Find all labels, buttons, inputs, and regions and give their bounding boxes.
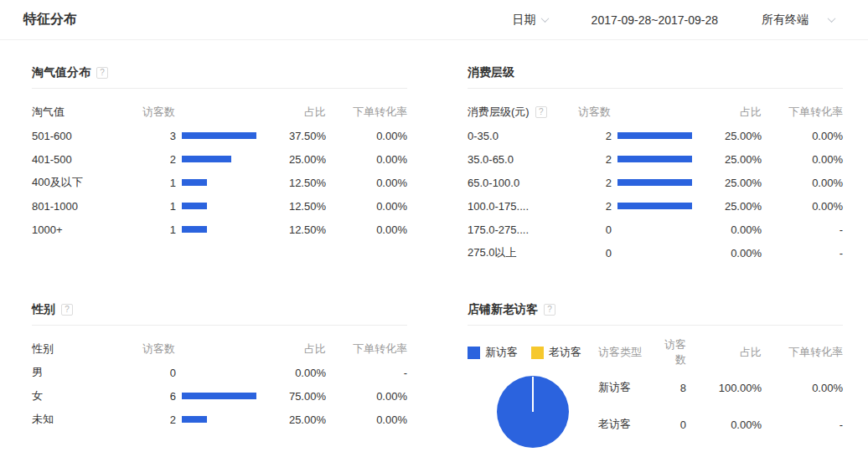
row-visitors: 6: [142, 390, 176, 403]
pie-table-rows: 新访客 8 100.00% 0.00% 老访客 0 0.00% -: [595, 369, 843, 448]
row-conversion: 0.00%: [762, 153, 843, 166]
row-label: 400及以下: [32, 175, 142, 190]
row-conversion: 0.00%: [762, 177, 843, 189]
bar-chart: [176, 369, 256, 376]
date-mode-label: 日期: [513, 13, 536, 28]
terminal-dropdown[interactable]: 所有终端: [762, 13, 834, 28]
legend-old-visitor-label[interactable]: 老访客: [549, 345, 581, 360]
bar-chart: [612, 179, 692, 186]
bar-fill: [617, 132, 692, 139]
row-label: 401-500: [32, 153, 142, 166]
date-range-picker[interactable]: 2017-09-28~2017-09-28: [592, 13, 718, 27]
row-conversion: -: [762, 419, 843, 431]
panel-consumption-header: 消费层级: [468, 65, 843, 89]
row-ratio: 25.00%: [692, 130, 762, 142]
row-ratio: 0.00%: [256, 367, 326, 379]
row-ratio: 100.00%: [686, 382, 762, 394]
row-ratio: 37.50%: [256, 130, 326, 142]
row-visitors: 0: [578, 223, 612, 236]
panel-new-old-visitors: 店铺新老访客 ? 新访客 老访客 访客类型 访客数 占比 下单转化率 新访客 8: [468, 302, 843, 448]
row-ratio: 75.00%: [256, 390, 326, 403]
table-row: 女 6 75.00% 0.00%: [32, 384, 407, 408]
row-visitor-type: 新访客: [595, 380, 662, 395]
bar-fill: [182, 393, 256, 399]
panel-consumption-level: 消费层级 消费层级(元) ? 访客数 占比 下单转化率 0-35.0 2 25.…: [468, 65, 843, 265]
row-visitors: 2: [578, 177, 612, 189]
table-row: 401-500 2 25.00% 0.00%: [32, 147, 407, 171]
table-row: 35.0-65.0 2 25.00% 0.00%: [468, 147, 843, 171]
column-header-conversion: 下单转化率: [326, 105, 407, 120]
table-row: 100.0-175.... 2 25.00% 0.00%: [468, 194, 843, 218]
header-controls: 日期 2017-09-28~2017-09-28 所有终端: [513, 13, 845, 28]
column-header-ratio: 占比: [692, 105, 762, 120]
panels-grid: 淘气值分布 ? 淘气值 访客数 占比 下单转化率 501-600 3 37.50…: [0, 40, 868, 448]
column-header-label: 消费层级(元) ?: [468, 105, 578, 120]
bar-chart: [176, 132, 256, 139]
panel-taoqi-header: 淘气值分布 ?: [32, 65, 407, 89]
help-icon[interactable]: ?: [61, 304, 73, 316]
bar-chart: [176, 156, 256, 162]
row-visitor-type: 老访客: [595, 417, 662, 432]
bar-fill: [617, 156, 692, 162]
bar-fill: [617, 179, 692, 186]
column-header-visitors: 访客数: [142, 342, 256, 357]
row-ratio: 25.00%: [256, 153, 326, 166]
row-label: 未知: [32, 412, 142, 427]
table-header-row: 性别 访客数 占比 下单转化率: [32, 337, 407, 361]
row-label: 65.0-100.0: [468, 177, 578, 189]
row-visitors: 2: [142, 413, 176, 426]
bar-fill: [182, 156, 231, 162]
row-label: 801-1000: [32, 200, 142, 213]
row-conversion: 0.00%: [762, 130, 843, 142]
row-visitors: 1: [142, 177, 176, 189]
row-visitors: 3: [142, 130, 176, 142]
row-conversion: 0.00%: [326, 390, 407, 403]
date-mode-dropdown[interactable]: 日期: [513, 13, 548, 28]
column-header-visitors: 访客数: [142, 105, 256, 120]
help-icon[interactable]: ?: [544, 304, 555, 316]
column-header-ratio: 占比: [256, 105, 326, 120]
row-ratio: 25.00%: [692, 200, 762, 213]
terminal-label: 所有终端: [762, 13, 809, 28]
top-bar: 特征分布 日期 2017-09-28~2017-09-28 所有终端: [0, 0, 868, 40]
row-ratio: 12.50%: [256, 223, 326, 236]
legend-new-visitor-swatch[interactable]: [468, 347, 480, 359]
row-conversion: -: [762, 247, 843, 259]
panel-taoqi-distribution: 淘气值分布 ? 淘气值 访客数 占比 下单转化率 501-600 3 37.50…: [32, 65, 407, 265]
table-row: 801-1000 1 12.50% 0.00%: [32, 194, 407, 218]
legend-old-visitor-swatch[interactable]: [531, 347, 544, 359]
row-visitors: 0: [662, 419, 686, 431]
row-visitors: 1: [142, 200, 176, 213]
panel-gender-header: 性别 ?: [32, 302, 407, 326]
row-label: 男: [32, 365, 142, 380]
row-label: 35.0-65.0: [468, 153, 578, 166]
help-icon[interactable]: ?: [535, 106, 547, 118]
legend-new-visitor-label[interactable]: 新访客: [485, 345, 518, 360]
table-row: 1000+ 1 12.50% 0.00%: [32, 218, 407, 241]
row-conversion: 0.00%: [326, 130, 407, 142]
pie-header-row: 新访客 老访客 访客类型 访客数 占比 下单转化率: [468, 337, 843, 361]
row-conversion: -: [762, 223, 843, 236]
row-conversion: 0.00%: [326, 200, 407, 213]
column-header-visitor-type: 访客类型: [595, 345, 662, 360]
page-title: 特征分布: [23, 11, 77, 28]
bar-chart: [612, 203, 692, 209]
row-visitors: 1: [142, 223, 176, 236]
row-visitors: 8: [662, 382, 686, 394]
table-row: 0-35.0 2 25.00% 0.00%: [468, 124, 843, 147]
column-header-ratio: 占比: [256, 342, 326, 357]
row-ratio: 0.00%: [692, 223, 762, 236]
help-icon[interactable]: ?: [96, 67, 108, 79]
row-visitors: 2: [578, 153, 612, 166]
row-label: 275.0以上: [468, 245, 578, 260]
table-header-row: 淘气值 访客数 占比 下单转化率: [32, 100, 407, 124]
table-row: 501-600 3 37.50% 0.00%: [32, 124, 407, 147]
table-row: 275.0以上 0 0.00% -: [468, 241, 843, 265]
panel-title: 性别: [32, 302, 55, 317]
bar-chart: [176, 226, 256, 233]
bar-fill: [182, 203, 207, 209]
chevron-down-icon: [828, 14, 836, 23]
column-header-label-text: 消费层级(元): [468, 105, 530, 120]
bar-chart: [176, 203, 256, 209]
bar-chart: [612, 156, 692, 162]
